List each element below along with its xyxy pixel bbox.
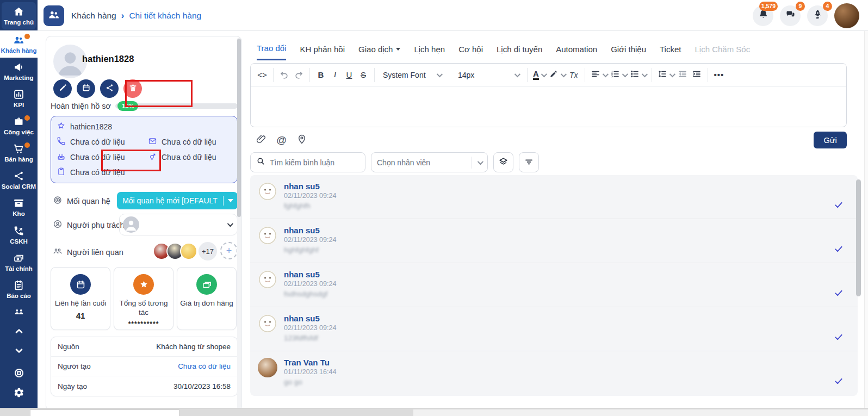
indent-button[interactable] <box>690 68 704 82</box>
mention-icon[interactable]: @ <box>276 134 287 146</box>
sidebar-item-cong-viec[interactable]: Công việc <box>0 112 38 139</box>
relationship-select[interactable]: Mối quan hệ mới [DEFAULT <box>117 192 238 209</box>
cake-icon <box>57 152 66 163</box>
tab-lich-hen[interactable]: Lịch hẹn <box>414 44 445 60</box>
tab-giao-dich[interactable]: Giao dịch <box>358 44 400 60</box>
comment-search-input[interactable] <box>270 158 359 167</box>
undo-button[interactable] <box>277 68 292 82</box>
sidebar-item-hrm[interactable] <box>0 303 38 322</box>
customer-profile-panel: hathien1828 Hoàn thiện hồ sơ 15% hathien… <box>46 36 242 411</box>
check-icon[interactable] <box>834 332 844 342</box>
sidebar-item-label: Bán hàng <box>4 156 33 163</box>
sidebar-item-label: Kho <box>13 210 24 217</box>
layers-filter-button[interactable] <box>493 152 513 172</box>
tab-trao-doi[interactable]: Trao đổi <box>257 44 286 60</box>
align-button[interactable] <box>589 68 609 82</box>
edit-button[interactable] <box>53 79 72 98</box>
phone-icon <box>57 136 66 147</box>
breadcrumb-section[interactable]: Khách hàng <box>71 11 116 21</box>
line-height-button[interactable] <box>656 68 675 82</box>
panel-scrollbar-thumb[interactable] <box>237 39 241 217</box>
comment-author[interactable]: nhan su5 <box>284 270 336 279</box>
meta-label: Người tạo <box>58 362 91 370</box>
breadcrumb-page: Chi tiết khách hàng <box>129 11 201 21</box>
messages-button[interactable]: 9 <box>780 5 801 26</box>
sidebar-settings[interactable] <box>0 384 38 408</box>
sidebar-item-bao-cao[interactable]: Báo cáo <box>0 276 38 303</box>
location-pin-icon[interactable] <box>296 134 307 147</box>
code-view-button[interactable]: <> <box>255 68 269 82</box>
italic-button[interactable]: I <box>328 68 342 82</box>
stat-card-last-contact[interactable]: Liên hệ lần cuối 41 <box>51 267 110 330</box>
outdent-button[interactable] <box>675 68 690 82</box>
comment-author[interactable]: nhan su5 <box>284 314 336 323</box>
check-icon[interactable] <box>834 376 844 386</box>
detail-tabs: Trao đổi KH phản hồi Giao dịch Lịch hẹn … <box>257 44 750 60</box>
tab-kh-phan-hoi[interactable]: KH phản hồi <box>300 44 345 60</box>
sidebar-collapse-up[interactable] <box>0 322 38 342</box>
delete-button[interactable] <box>123 79 142 98</box>
contact-birthday: Chưa có dữ liệu <box>70 153 125 162</box>
comment-author[interactable]: Tran Van Tu <box>284 358 336 367</box>
comment-author[interactable]: nhan su5 <box>284 182 336 191</box>
sidebar-item-tai-chinh[interactable]: Tài chính <box>0 249 38 276</box>
sidebar-item-cskh[interactable]: CSKH <box>0 221 38 249</box>
more-tools-button[interactable]: ••• <box>712 68 726 82</box>
module-badge[interactable] <box>44 5 64 26</box>
comment-item[interactable]: nhan su5 02/11/2023 09:24 fsdhsdghsdgf <box>250 263 858 307</box>
sidebar-item-trang-chu[interactable]: Trang chủ <box>2 2 36 29</box>
font-size-select[interactable]: 14px <box>454 71 523 79</box>
redo-button[interactable] <box>292 68 306 82</box>
clear-format-button[interactable]: Tx <box>567 68 581 82</box>
comment-item[interactable]: Tran Van Tu 01/11/2023 16:44 go go <box>250 351 858 395</box>
sidebar-item-kpi[interactable]: KPI <box>0 85 38 112</box>
related-avatar-group[interactable]: +17 <box>153 242 217 260</box>
sidebar-item-khach-hang[interactable]: Khách hàng <box>0 30 38 58</box>
staff-select[interactable]: Chọn nhân viên <box>371 152 488 172</box>
user-avatar[interactable] <box>834 3 859 28</box>
tab-gioi-thieu[interactable]: Giới thiệu <box>611 44 646 60</box>
sidebar-help[interactable] <box>0 364 38 384</box>
tab-co-hoi[interactable]: Cơ hội <box>458 44 483 60</box>
calendar-button[interactable] <box>77 79 95 98</box>
highlight-button[interactable] <box>547 68 567 82</box>
comment-author[interactable]: nhan su5 <box>284 226 336 235</box>
page-scrollbar[interactable] <box>864 31 868 408</box>
sidebar-item-kho[interactable]: Kho <box>0 194 38 221</box>
updates-button[interactable]: 4 <box>807 5 828 26</box>
check-icon[interactable] <box>834 244 844 254</box>
comments-scrollbar-thumb[interactable] <box>856 179 861 296</box>
text-color-button[interactable]: A <box>531 68 547 82</box>
ordered-list-button[interactable] <box>609 68 628 82</box>
send-button[interactable]: Gửi <box>814 132 847 148</box>
check-icon[interactable] <box>834 288 844 298</box>
sidebar-collapse-down[interactable] <box>0 342 38 362</box>
notifications-button[interactable]: 1,579 <box>753 5 773 26</box>
filter-button[interactable] <box>519 152 539 172</box>
sidebar-item-ban-hang[interactable]: Bán hàng <box>0 139 38 166</box>
tab-automation[interactable]: Automation <box>556 44 597 60</box>
paperclip-icon[interactable] <box>256 134 266 147</box>
customer-name: hathien1828 <box>82 54 134 64</box>
sidebar-item-social-crm[interactable]: Social CRM <box>0 166 38 194</box>
comment-item[interactable]: nhan su5 02/11/2023 09:24 fghfghfh <box>250 175 858 219</box>
check-icon[interactable] <box>834 200 844 210</box>
bold-button[interactable]: B <box>314 68 328 82</box>
comment-item[interactable]: nhan su5 02/11/2023 09:24 123fdffsfdf <box>250 307 858 351</box>
editor-content-area[interactable] <box>251 86 846 127</box>
comment-item[interactable]: nhan su5 02/11/2023 09:24 hghfghfghf <box>250 219 858 263</box>
tab-lich-cham-soc[interactable]: Lịch Chăm Sóc <box>695 44 750 60</box>
assignee-select[interactable] <box>119 214 238 235</box>
sidebar-item-marketing[interactable]: Marketing <box>0 58 38 85</box>
stat-card-interactions[interactable]: Tổng số tương tác ********** <box>114 267 173 330</box>
share-button[interactable] <box>100 79 119 98</box>
strikethrough-button[interactable]: S <box>356 68 370 82</box>
underline-button[interactable]: U <box>342 68 356 82</box>
related-more-count[interactable]: +17 <box>199 242 217 260</box>
stat-card-order-value[interactable]: Giá trị đơn hàng <box>177 267 237 330</box>
tab-lich-di-tuyen[interactable]: Lịch đi tuyến <box>497 44 542 60</box>
add-related-button[interactable]: + <box>220 242 238 259</box>
tab-ticket[interactable]: Ticket <box>660 44 681 60</box>
bullet-list-button[interactable] <box>628 68 648 82</box>
font-family-select[interactable]: System Font <box>379 71 454 79</box>
